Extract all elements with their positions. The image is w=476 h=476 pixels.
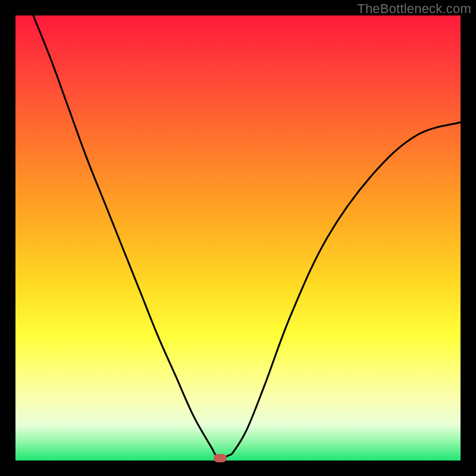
bottleneck-curve <box>15 15 461 461</box>
watermark-text: TheBottleneck.com <box>357 1 471 17</box>
plot-area <box>15 15 461 461</box>
optimal-point-marker <box>214 454 227 462</box>
chart-frame: TheBottleneck.com <box>0 0 476 476</box>
